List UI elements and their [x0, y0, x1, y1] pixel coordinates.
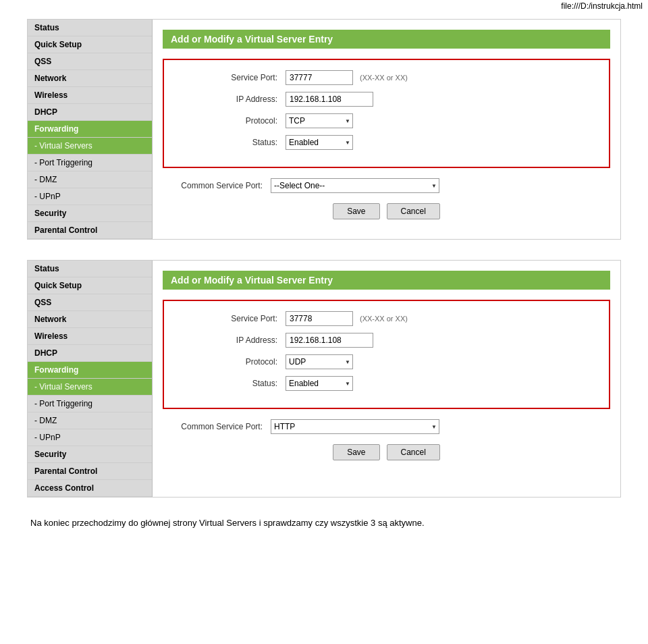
panel-2: Status Quick Setup QSS Network Wireless …: [27, 260, 621, 498]
sidebar-item-qss-2[interactable]: QSS: [28, 294, 152, 311]
sidebar-item-forwarding-1[interactable]: Forwarding: [28, 121, 152, 138]
save-button-2[interactable]: Save: [333, 444, 379, 460]
sidebar-item-security-2[interactable]: Security: [28, 446, 152, 463]
status-row-2: Status: Enabled Disabled: [178, 376, 595, 391]
sidebar-2: Status Quick Setup QSS Network Wireless …: [28, 261, 153, 497]
sidebar-item-porttriggering-1[interactable]: - Port Triggering: [28, 155, 152, 171]
sidebar-item-parentalcontrol-1[interactable]: Parental Control: [28, 222, 152, 239]
service-port-row-2: Service Port: (XX-XX or XX): [178, 311, 595, 326]
common-service-row-2: Common Service Port: HTTP --Select One--…: [163, 419, 610, 434]
main-content-2: Add or Modify a Virtual Server Entry Ser…: [153, 261, 620, 497]
footer-text: Na koniec przechodzimy do głównej strony…: [27, 518, 621, 528]
sidebar-item-network-1[interactable]: Network: [28, 70, 152, 87]
service-port-label-2: Service Port:: [178, 314, 286, 323]
status-label-2: Status:: [178, 379, 286, 388]
status-select-1[interactable]: Enabled Disabled: [286, 135, 353, 150]
protocol-select-wrapper-2: UDP TCP ALL: [286, 354, 353, 369]
sidebar-item-virtualservers-2[interactable]: - Virtual Servers: [28, 379, 152, 396]
protocol-label-1: Protocol:: [178, 116, 286, 126]
sidebar-item-status-2[interactable]: Status: [28, 261, 152, 277]
sidebar-item-wireless-1[interactable]: Wireless: [28, 87, 152, 104]
sidebar-item-parentalcontrol-2[interactable]: Parental Control: [28, 463, 152, 480]
protocol-row-1: Protocol: TCP UDP ALL: [178, 113, 595, 128]
protocol-select-2[interactable]: UDP TCP ALL: [286, 354, 353, 369]
sidebar-item-wireless-2[interactable]: Wireless: [28, 328, 152, 345]
status-select-2[interactable]: Enabled Disabled: [286, 376, 353, 391]
sidebar-item-dmz-2[interactable]: - DMZ: [28, 412, 152, 429]
sidebar-item-porttriggering-2[interactable]: - Port Triggering: [28, 396, 152, 412]
cancel-button-1[interactable]: Cancel: [387, 203, 440, 219]
sidebar-item-forwarding-2[interactable]: Forwarding: [28, 362, 152, 379]
ip-address-row-1: IP Address:: [178, 92, 595, 107]
protocol-select-1[interactable]: TCP UDP ALL: [286, 113, 353, 128]
service-port-input-1[interactable]: [286, 70, 353, 85]
service-port-label-1: Service Port:: [178, 73, 286, 82]
common-service-select-wrapper-1: --Select One-- HTTP FTP: [271, 178, 439, 193]
ip-address-input-1[interactable]: [286, 92, 373, 107]
common-service-select-1[interactable]: --Select One-- HTTP FTP: [271, 178, 439, 193]
status-label-1: Status:: [178, 138, 286, 147]
file-path: file:///D:/instrukcja.html: [561, 1, 643, 11]
protocol-row-2: Protocol: UDP TCP ALL: [178, 354, 595, 369]
ip-address-label-2: IP Address:: [178, 336, 286, 345]
sidebar-item-dhcp-2[interactable]: DHCP: [28, 345, 152, 362]
sidebar-item-upnp-1[interactable]: - UPnP: [28, 188, 152, 205]
page-content: Status Quick Setup QSS Network Wireless …: [0, 12, 648, 541]
panel-1: Status Quick Setup QSS Network Wireless …: [27, 19, 621, 240]
service-port-row-1: Service Port: (XX-XX or XX): [178, 70, 595, 85]
button-row-1: Save Cancel: [163, 203, 610, 219]
common-service-select-wrapper-2: HTTP --Select One-- FTP: [271, 419, 439, 434]
sidebar-item-status-1[interactable]: Status: [28, 20, 152, 36]
service-port-hint-1: (XX-XX or XX): [360, 74, 408, 82]
sidebar-item-security-1[interactable]: Security: [28, 205, 152, 222]
section-title-1: Add or Modify a Virtual Server Entry: [163, 30, 610, 49]
top-bar: file:///D:/instrukcja.html: [0, 0, 648, 12]
sidebar-item-accesscontrol-2[interactable]: Access Control: [28, 480, 152, 497]
section-title-2: Add or Modify a Virtual Server Entry: [163, 271, 610, 290]
common-service-label-2: Common Service Port:: [163, 422, 271, 431]
protocol-select-wrapper-1: TCP UDP ALL: [286, 113, 353, 128]
main-content-1: Add or Modify a Virtual Server Entry Ser…: [153, 20, 620, 239]
button-row-2: Save Cancel: [163, 444, 610, 460]
sidebar-item-virtualservers-1[interactable]: - Virtual Servers: [28, 138, 152, 155]
form-area-2: Service Port: (XX-XX or XX) IP Address: …: [163, 300, 610, 409]
protocol-label-2: Protocol:: [178, 357, 286, 367]
sidebar-item-quicksetup-1[interactable]: Quick Setup: [28, 36, 152, 53]
sidebar-item-dhcp-1[interactable]: DHCP: [28, 104, 152, 121]
status-select-wrapper-2: Enabled Disabled: [286, 376, 353, 391]
sidebar-item-qss-1[interactable]: QSS: [28, 53, 152, 70]
sidebar-item-dmz-1[interactable]: - DMZ: [28, 171, 152, 188]
cancel-button-2[interactable]: Cancel: [387, 444, 440, 460]
common-service-row-1: Common Service Port: --Select One-- HTTP…: [163, 178, 610, 193]
save-button-1[interactable]: Save: [333, 203, 379, 219]
sidebar-item-upnp-2[interactable]: - UPnP: [28, 429, 152, 446]
ip-address-input-2[interactable]: [286, 333, 373, 348]
form-area-1: Service Port: (XX-XX or XX) IP Address: …: [163, 59, 610, 168]
common-service-label-1: Common Service Port:: [163, 181, 271, 190]
ip-address-row-2: IP Address:: [178, 333, 595, 348]
service-port-input-2[interactable]: [286, 311, 353, 326]
common-service-select-2[interactable]: HTTP --Select One-- FTP: [271, 419, 439, 434]
sidebar-item-quicksetup-2[interactable]: Quick Setup: [28, 277, 152, 294]
sidebar-1: Status Quick Setup QSS Network Wireless …: [28, 20, 153, 239]
service-port-hint-2: (XX-XX or XX): [360, 315, 408, 323]
sidebar-item-network-2[interactable]: Network: [28, 311, 152, 328]
ip-address-label-1: IP Address:: [178, 95, 286, 104]
status-row-1: Status: Enabled Disabled: [178, 135, 595, 150]
status-select-wrapper-1: Enabled Disabled: [286, 135, 353, 150]
